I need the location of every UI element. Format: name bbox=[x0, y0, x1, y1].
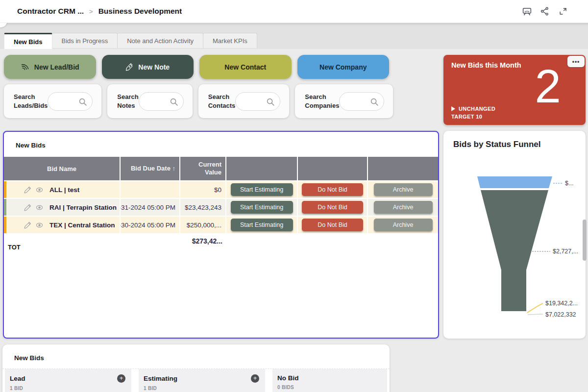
search-label: SearchNotes bbox=[117, 93, 138, 110]
search-leads-bids-card: SearchLeads/Bids bbox=[4, 84, 101, 118]
sort-ascending-icon: ↑ bbox=[172, 165, 176, 172]
bids-by-status-funnel-card: Bids by Status Funnel $... $2,727,... $1… bbox=[443, 131, 586, 339]
tab-bids-in-progress[interactable]: Bids in Progress bbox=[52, 33, 118, 48]
bid-due-date-cell bbox=[121, 181, 180, 198]
add-bid-button[interactable]: + bbox=[251, 374, 259, 383]
action-cell: Archive bbox=[368, 181, 438, 198]
column-count: 0 BIDS bbox=[277, 385, 381, 390]
kpi-menu-button[interactable]: ••• bbox=[567, 56, 585, 67]
button-label: New Company bbox=[319, 63, 367, 71]
column-header-bid-due-date[interactable]: Bid Due Date ↑ bbox=[121, 157, 180, 180]
start-estimating-button[interactable]: Start Estimating bbox=[231, 219, 293, 231]
add-bid-button[interactable]: + bbox=[117, 374, 125, 383]
expand-icon[interactable] bbox=[558, 6, 568, 17]
current-value-cell: $0 bbox=[180, 181, 226, 198]
search-companies-card: SearchCompanies bbox=[295, 84, 393, 118]
search-label: SearchCompanies bbox=[305, 93, 339, 110]
total-blank bbox=[298, 233, 368, 254]
view-icon[interactable] bbox=[35, 186, 44, 194]
archive-button[interactable]: Archive bbox=[374, 183, 433, 196]
new-note-button[interactable]: New Note bbox=[102, 55, 194, 79]
funnel-segment-1[interactable] bbox=[477, 176, 552, 188]
do-not-bid-button[interactable]: Do Not Bid bbox=[302, 201, 363, 214]
table-row: TEX | Central Station -30-2024 05:00 PM … bbox=[4, 216, 438, 233]
column-count: 1 BID bbox=[10, 386, 125, 391]
search-pill bbox=[139, 92, 184, 111]
new-bids-kanban-card: New Bids Lead + 1 BID Estimating + 1 BID bbox=[2, 344, 390, 392]
new-company-button[interactable]: New Company bbox=[297, 55, 390, 79]
tab-label: Bids in Progress bbox=[62, 37, 108, 45]
bid-name[interactable]: TEX | Central Station bbox=[49, 221, 115, 229]
column-header-blank bbox=[368, 157, 438, 180]
share-icon[interactable] bbox=[539, 6, 550, 17]
kpi-new-bids-this-month: New Bids this Month 2 UNCHANGED TARGET 1… bbox=[443, 55, 586, 125]
status-color-bar bbox=[4, 217, 6, 233]
edit-icon[interactable] bbox=[24, 186, 32, 194]
kanban-column-no-bid: No Bid 0 BIDS bbox=[272, 369, 387, 392]
vertical-scrollbar[interactable] bbox=[583, 220, 587, 261]
archive-button[interactable]: Archive bbox=[374, 201, 433, 214]
new-lead-bid-button[interactable]: New Lead/Bid bbox=[4, 55, 96, 79]
trend-arrow-icon bbox=[451, 106, 455, 111]
column-title: Estimating bbox=[144, 375, 177, 382]
search-pill bbox=[339, 92, 384, 111]
action-cell: Start Estimating bbox=[226, 217, 298, 233]
action-cell: Do Not Bid bbox=[298, 181, 368, 198]
do-not-bid-button[interactable]: Do Not Bid bbox=[302, 183, 363, 196]
start-estimating-button[interactable]: Start Estimating bbox=[231, 201, 293, 214]
bid-name-cell: RAI | Terrapin Station bbox=[4, 199, 121, 216]
column-header-current-value[interactable]: Current Value bbox=[180, 157, 226, 180]
bid-name-cell: ALL | test bbox=[4, 181, 121, 198]
status-color-bar bbox=[4, 199, 6, 216]
search-icon[interactable] bbox=[369, 97, 380, 107]
search-label: SearchLeads/Bids bbox=[14, 93, 48, 110]
tab-market-kpis[interactable]: Market KPIs bbox=[203, 33, 257, 48]
column-header-blank bbox=[226, 157, 298, 180]
start-estimating-button[interactable]: Start Estimating bbox=[231, 183, 293, 196]
search-icon[interactable] bbox=[265, 97, 276, 107]
new-bids-table-card: New Bids Bid Name Bid Due Date ↑ Current… bbox=[3, 131, 439, 339]
funnel-label: $19,342,2... bbox=[545, 300, 578, 307]
action-cell: Do Not Bid bbox=[298, 199, 368, 216]
tab-new-bids[interactable]: New Bids bbox=[4, 33, 52, 49]
funnel-chart: $... $2,727,... $19,342,2... $7,022,332 bbox=[443, 131, 586, 339]
view-icon[interactable] bbox=[35, 221, 44, 229]
search-icon[interactable] bbox=[77, 97, 88, 107]
bid-name[interactable]: RAI | Terrapin Station bbox=[49, 204, 117, 211]
do-not-bid-button[interactable]: Do Not Bid bbox=[302, 219, 363, 231]
kpi-target: TARGET 10 bbox=[451, 114, 482, 120]
total-blank bbox=[368, 233, 438, 254]
funnel-segment-body[interactable] bbox=[481, 190, 548, 311]
view-icon[interactable] bbox=[35, 203, 44, 212]
leader-line-4 bbox=[528, 314, 543, 315]
presentation-icon[interactable] bbox=[521, 6, 532, 17]
kpi-value: 2 bbox=[535, 63, 561, 110]
breadcrumb-app-title[interactable]: Contractor CRM ... bbox=[17, 7, 84, 16]
column-title: Lead bbox=[10, 375, 25, 382]
new-contact-button[interactable]: New Contact bbox=[199, 55, 292, 79]
search-row: SearchLeads/Bids SearchNotes bbox=[4, 84, 389, 118]
action-cell: Start Estimating bbox=[226, 181, 298, 198]
pen-icon bbox=[125, 63, 134, 71]
total-blank bbox=[226, 233, 298, 254]
bid-name[interactable]: ALL | test bbox=[49, 186, 79, 194]
search-contacts-card: SearchContacts bbox=[198, 84, 290, 118]
bids-table: Bid Name Bid Due Date ↑ Current Value bbox=[4, 157, 438, 254]
button-label: New Contact bbox=[224, 63, 266, 71]
kanban-column-estimating: Estimating + 1 BID bbox=[139, 369, 265, 392]
edit-icon[interactable] bbox=[24, 221, 32, 229]
bid-name-cell: TEX | Central Station bbox=[4, 217, 121, 233]
current-value-cell: $23,423,243 bbox=[180, 199, 226, 216]
quick-actions-row: New Lead/Bid New Note New Contact New Co… bbox=[4, 55, 389, 79]
tab-note-action-activity[interactable]: Note and Action Activity bbox=[118, 33, 203, 48]
funnel-label: $2,727,... bbox=[553, 248, 578, 255]
search-notes-card: SearchNotes bbox=[107, 84, 192, 118]
bid-due-date-cell: -31-2024 05:00 PM bbox=[121, 199, 180, 216]
archive-button[interactable]: Archive bbox=[374, 219, 433, 231]
search-pill bbox=[235, 92, 280, 111]
edit-icon[interactable] bbox=[24, 203, 32, 212]
search-label: SearchContacts bbox=[208, 93, 236, 110]
column-header-bid-name[interactable]: Bid Name bbox=[4, 157, 121, 180]
search-icon[interactable] bbox=[169, 97, 179, 107]
appbar-actions bbox=[521, 6, 568, 17]
